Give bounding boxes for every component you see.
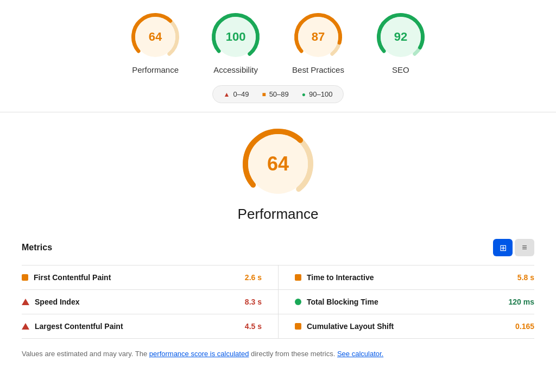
main-score-gauge: 64 — [243, 129, 313, 199]
metric-row-fcp: First Contentful Paint2.6 s — [22, 265, 278, 290]
metric-row-lcp: Largest Contentful Paint4.5 s — [22, 314, 278, 339]
list-view-button[interactable]: ≡ — [515, 239, 534, 256]
metric-value-tti: 5.8 s — [517, 273, 534, 282]
legend-item-good: ●90–100 — [302, 90, 333, 98]
score-item-best-practices: 87Best Practices — [292, 13, 344, 74]
metric-icon-lcp — [22, 323, 29, 330]
metric-value-tbt: 120 ms — [509, 298, 534, 306]
legend: ▲0–49■50–89●90–100 — [212, 85, 344, 103]
metric-value-si: 8.3 s — [245, 298, 262, 306]
score-item-accessibility: 100Accessibility — [212, 13, 260, 74]
metrics-grid: First Contentful Paint2.6 sTime to Inter… — [22, 265, 534, 339]
metric-icon-si — [22, 299, 29, 305]
metric-row-cls: Cumulative Layout Shift0.165 — [278, 314, 534, 339]
score-item-seo: 92SEO — [377, 13, 425, 74]
metric-icon-cls — [295, 323, 301, 330]
metric-row-tti: Time to Interactive5.8 s — [278, 265, 534, 290]
legend-item-poor: ▲0–49 — [224, 90, 249, 98]
scores-row: 64Performance100Accessibility87Best Prac… — [131, 13, 425, 74]
main-section: 64 Performance Metrics ⊞ ≡ First Content… — [0, 112, 556, 369]
main-gauge-area: 64 Performance — [22, 129, 534, 223]
metric-name-si: Speed Index — [35, 298, 239, 306]
legend-item-average: ■50–89 — [262, 90, 288, 98]
grid-view-button[interactable]: ⊞ — [493, 239, 513, 256]
footer-text: Values are estimated and may vary. The p… — [22, 347, 534, 358]
metric-value-fcp: 2.6 s — [245, 273, 262, 282]
metrics-header: Metrics ⊞ ≡ — [22, 239, 534, 256]
metric-value-cls: 0.165 — [515, 322, 534, 331]
score-item-performance: 64Performance — [131, 13, 179, 74]
view-toggles: ⊞ ≡ — [493, 239, 534, 256]
metrics-title: Metrics — [22, 243, 52, 252]
performance-score-link[interactable]: performance score is calculated — [149, 350, 249, 358]
metric-name-tti: Time to Interactive — [307, 273, 512, 282]
metric-row-tbt: Total Blocking Time120 ms — [278, 290, 534, 314]
metric-icon-tbt — [295, 299, 301, 305]
legend-icon-average: ■ — [262, 91, 266, 98]
metric-name-fcp: First Contentful Paint — [34, 273, 239, 282]
calculator-link[interactable]: See calculator. — [337, 350, 383, 358]
top-scores-section: 64Performance100Accessibility87Best Prac… — [0, 0, 556, 112]
metric-icon-fcp — [22, 274, 28, 281]
metric-row-si: Speed Index8.3 s — [22, 290, 278, 314]
metric-value-lcp: 4.5 s — [245, 322, 262, 331]
legend-icon-good: ● — [302, 91, 306, 98]
metric-icon-tti — [295, 274, 301, 281]
metric-name-lcp: Largest Contentful Paint — [35, 322, 239, 331]
metric-name-cls: Cumulative Layout Shift — [307, 322, 510, 331]
legend-icon-poor: ▲ — [224, 91, 230, 98]
metric-name-tbt: Total Blocking Time — [307, 298, 503, 306]
